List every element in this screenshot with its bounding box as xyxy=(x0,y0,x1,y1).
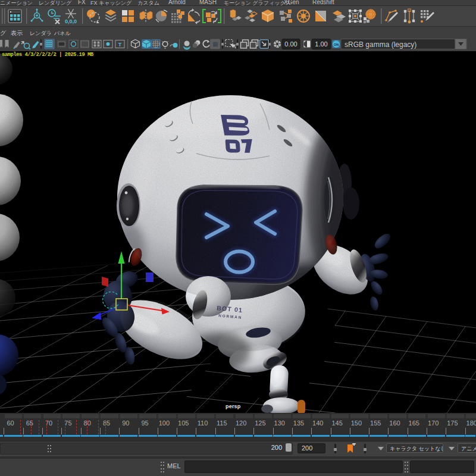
svg-text:0.00: 0.00 xyxy=(284,40,297,48)
svg-text:0,0,0: 0,0,0 xyxy=(65,18,77,24)
svg-text:1.00: 1.00 xyxy=(315,40,327,48)
svg-text:T: T xyxy=(118,42,122,48)
svg-text:sRGB gamma (legacy): sRGB gamma (legacy) xyxy=(345,40,416,49)
svg-text:ON: ON xyxy=(334,43,339,46)
